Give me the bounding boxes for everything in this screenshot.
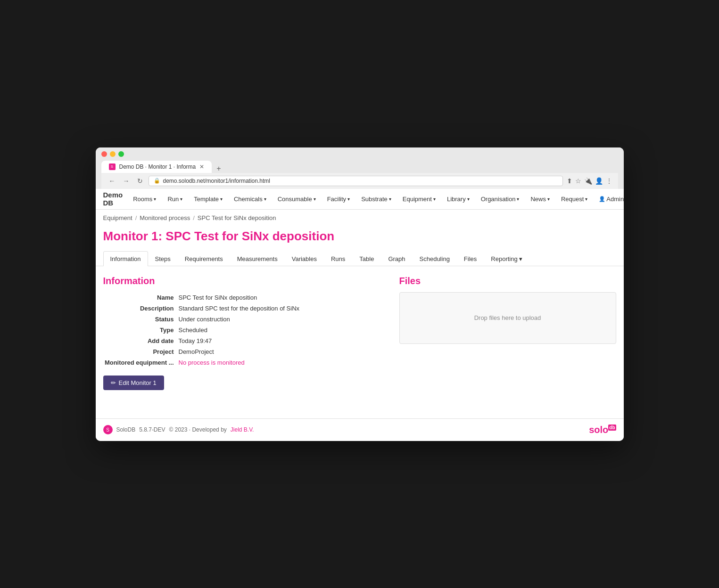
tab-variables[interactable]: Variables xyxy=(285,251,324,266)
nav-item-news[interactable]: News ▾ xyxy=(526,188,554,209)
main-area: Information Name SPC Test for SiNx depos… xyxy=(96,266,624,400)
forward-button[interactable]: → xyxy=(121,176,132,186)
profile-icon[interactable]: 👤 xyxy=(595,177,603,185)
info-section: Information Name SPC Test for SiNx depos… xyxy=(103,276,385,390)
new-tab-button[interactable]: + xyxy=(213,164,224,173)
info-row-add-date: Add date Today 19:47 xyxy=(103,337,385,344)
tab-graph[interactable]: Graph xyxy=(381,251,412,266)
chevron-down-icon: ▾ xyxy=(517,196,519,202)
file-drop-zone[interactable]: Drop files here to upload xyxy=(399,292,616,344)
info-row-monitored-equipment: Monitored equipment ... No process is mo… xyxy=(103,359,385,366)
chevron-down-icon: ▾ xyxy=(180,196,182,202)
tab-measurements[interactable]: Measurements xyxy=(230,251,285,266)
nav-item-equipment[interactable]: Equipment ▾ xyxy=(398,188,440,209)
info-row-project: Project DemoProject xyxy=(103,348,385,355)
chevron-down-icon: ▾ xyxy=(433,196,436,202)
reload-button[interactable]: ↻ xyxy=(135,176,145,186)
nav-item-consumable[interactable]: Consumable ▾ xyxy=(273,188,321,209)
chevron-down-icon: ▾ xyxy=(519,255,522,262)
tab-close-icon[interactable]: ✕ xyxy=(199,163,204,170)
label-add-date: Add date xyxy=(103,337,179,344)
nav-item-template[interactable]: Template ▾ xyxy=(189,188,227,209)
value-project: DemoProject xyxy=(179,348,214,355)
browser-chrome: S Demo DB · Monitor 1 · Informa ✕ + ← → … xyxy=(96,147,624,189)
nav-item-library[interactable]: Library ▾ xyxy=(442,188,474,209)
chevron-down-icon: ▾ xyxy=(154,196,156,202)
breadcrumb-equipment[interactable]: Equipment xyxy=(103,214,132,221)
chevron-down-icon: ▾ xyxy=(389,196,391,202)
label-name: Name xyxy=(103,294,179,301)
label-project: Project xyxy=(103,348,179,355)
tab-table[interactable]: Table xyxy=(352,251,381,266)
tab-requirements[interactable]: Requirements xyxy=(178,251,230,266)
drop-zone-text: Drop files here to upload xyxy=(474,314,541,321)
breadcrumb-sep: / xyxy=(135,214,137,221)
nav-item-facility[interactable]: Facility ▾ xyxy=(322,188,355,209)
extension-icon[interactable]: 🔌 xyxy=(584,177,592,185)
active-tab[interactable]: S Demo DB · Monitor 1 · Informa ✕ xyxy=(101,161,212,173)
tab-reporting[interactable]: Reporting ▾ xyxy=(484,251,529,266)
label-status: Status xyxy=(103,316,179,323)
chevron-down-icon: ▾ xyxy=(220,196,223,202)
tab-title: Demo DB · Monitor 1 · Informa xyxy=(119,163,196,170)
chevron-down-icon: ▾ xyxy=(264,196,266,202)
footer-version: 5.8.7-DEV xyxy=(139,426,165,433)
share-icon[interactable]: ⬆ xyxy=(567,177,572,185)
tab-runs[interactable]: Runs xyxy=(324,251,352,266)
page-content: Demo DB Rooms ▾ Run ▾ Template ▾ Chemica… xyxy=(96,189,624,441)
chevron-down-icon: ▾ xyxy=(585,196,587,202)
breadcrumb: Equipment / Monitored process / SPC Test… xyxy=(96,210,624,226)
label-type: Type xyxy=(103,327,179,334)
minimize-button[interactable] xyxy=(110,151,116,157)
nav-item-run[interactable]: Run ▾ xyxy=(163,188,187,209)
nav-item-chemicals[interactable]: Chemicals ▾ xyxy=(229,188,271,209)
files-section-title: Files xyxy=(399,276,616,286)
info-row-status: Status Under construction xyxy=(103,316,385,323)
nav-item-request[interactable]: Request ▾ xyxy=(556,188,592,209)
nav-item-organisation[interactable]: Organisation ▾ xyxy=(476,188,524,209)
content-tabs: Information Steps Requirements Measureme… xyxy=(96,251,624,266)
footer: S SoloDB 5.8.7-DEV © 2023 · Developed by… xyxy=(96,418,624,441)
info-row-name: Name SPC Test for SiNx deposition xyxy=(103,294,385,301)
label-description: Description xyxy=(103,305,179,312)
edit-icon: ✏ xyxy=(111,379,116,386)
tab-information[interactable]: Information xyxy=(103,251,148,266)
address-bar[interactable]: 🔒 demo.solodb.net/monitor1/information.h… xyxy=(149,176,563,186)
info-table: Name SPC Test for SiNx deposition Descri… xyxy=(103,294,385,366)
tab-scheduling[interactable]: Scheduling xyxy=(413,251,457,266)
footer-developer-link[interactable]: Jield B.V. xyxy=(231,426,254,433)
tab-files[interactable]: Files xyxy=(457,251,484,266)
close-button[interactable] xyxy=(101,151,107,157)
tab-steps[interactable]: Steps xyxy=(148,251,178,266)
back-button[interactable]: ← xyxy=(107,176,117,186)
breadcrumb-monitored-process[interactable]: Monitored process xyxy=(140,214,190,221)
value-name: SPC Test for SiNx deposition xyxy=(179,294,257,301)
tab-favicon: S xyxy=(109,163,116,170)
information-section-title: Information xyxy=(103,276,385,286)
nav-item-rooms[interactable]: Rooms ▾ xyxy=(128,188,161,209)
nav-item-admin[interactable]: 👤 Admin Demo ▾ xyxy=(594,188,623,209)
page-title: Monitor 1: SPC Test for SiNx deposition xyxy=(96,226,624,251)
lock-icon: 🔒 xyxy=(154,178,160,184)
maximize-button[interactable] xyxy=(118,151,124,157)
bookmark-icon[interactable]: ☆ xyxy=(575,177,581,185)
value-type: Scheduled xyxy=(179,327,207,334)
menu-icon[interactable]: ⋮ xyxy=(606,177,612,185)
toolbar-icons: ⬆ ☆ 🔌 👤 ⋮ xyxy=(567,177,612,185)
url-text: demo.solodb.net/monitor1/information.htm… xyxy=(163,178,270,184)
edit-monitor-button[interactable]: ✏ Edit Monitor 1 xyxy=(103,376,164,390)
nav-item-substrate[interactable]: Substrate ▾ xyxy=(356,188,396,209)
breadcrumb-current: SPC Test for SiNx deposition xyxy=(198,214,276,221)
nav-brand[interactable]: Demo DB xyxy=(103,191,123,207)
top-nav: Demo DB Rooms ▾ Run ▾ Template ▾ Chemica… xyxy=(96,189,624,210)
footer-brand: solodb xyxy=(589,425,616,435)
info-row-description: Description Standard SPC test for the de… xyxy=(103,305,385,312)
address-bar-row: ← → ↻ 🔒 demo.solodb.net/monitor1/informa… xyxy=(101,173,618,189)
footer-app-name: SoloDB xyxy=(116,426,136,433)
browser-window: S Demo DB · Monitor 1 · Informa ✕ + ← → … xyxy=(96,147,624,441)
info-row-type: Type Scheduled xyxy=(103,327,385,334)
chevron-down-icon: ▾ xyxy=(314,196,316,202)
value-description: Standard SPC test for the deposition of … xyxy=(179,305,300,312)
value-add-date: Today 19:47 xyxy=(179,337,212,344)
label-monitored-equipment: Monitored equipment ... xyxy=(103,359,179,366)
